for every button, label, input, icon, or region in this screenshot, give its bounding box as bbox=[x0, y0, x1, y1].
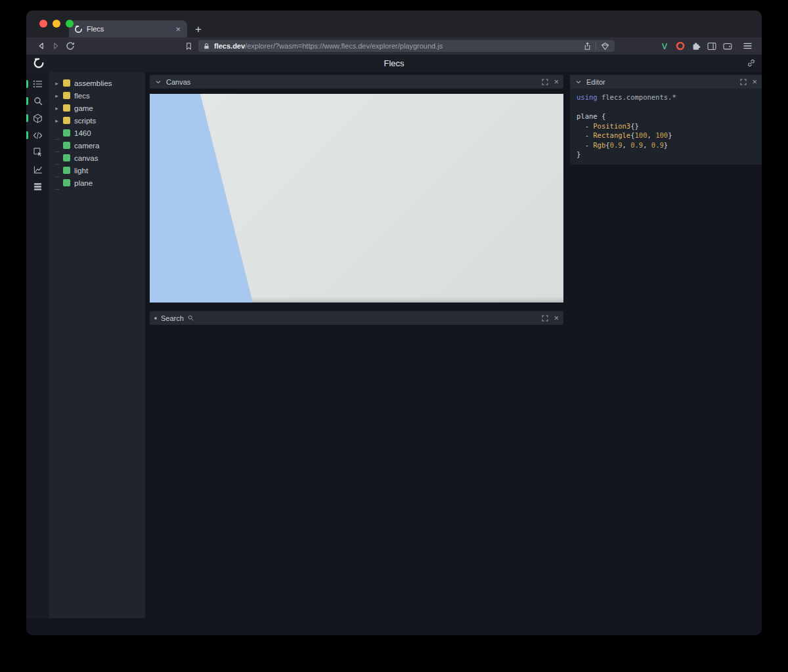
app-body: ▸assemblies▸flecs▸game▸scripts1460camera… bbox=[26, 72, 762, 618]
tree-item-plane[interactable]: plane bbox=[49, 177, 145, 189]
module-color-square bbox=[63, 104, 70, 112]
tree-item-label: camera bbox=[74, 142, 99, 150]
reload-icon[interactable] bbox=[63, 40, 77, 52]
tree-item-game[interactable]: ▸game bbox=[49, 102, 145, 114]
tree-item-camera[interactable]: camera bbox=[49, 139, 145, 152]
tab-title: Flecs bbox=[87, 25, 170, 33]
search-icon bbox=[188, 314, 194, 322]
wallet-icon[interactable] bbox=[720, 40, 735, 52]
code-editor-icon[interactable] bbox=[26, 129, 49, 142]
code-line: - Rgb{0.9, 0.9, 0.9} bbox=[577, 140, 755, 150]
tree-item-label: canvas bbox=[74, 154, 98, 162]
fullscreen-icon[interactable] bbox=[541, 314, 549, 322]
search-panel-header[interactable]: Search × bbox=[150, 311, 563, 325]
expand-arrow-icon[interactable]: ▸ bbox=[54, 105, 60, 112]
tree-item-scripts[interactable]: ▸scripts bbox=[49, 114, 145, 127]
extensions-puzzle-icon[interactable] bbox=[688, 40, 704, 52]
fullscreen-icon[interactable] bbox=[541, 78, 549, 86]
share-icon[interactable] bbox=[582, 40, 592, 52]
tree-item-label: scripts bbox=[74, 117, 96, 125]
forward-icon[interactable] bbox=[49, 40, 63, 52]
chevron-down-icon[interactable] bbox=[575, 78, 582, 86]
module-color-square bbox=[63, 92, 70, 99]
url-text: flecs.dev/explorer/?wasm=https://www.fle… bbox=[214, 42, 578, 50]
minimize-window-button[interactable] bbox=[53, 20, 60, 28]
tree-item-light[interactable]: light bbox=[49, 164, 145, 177]
close-icon[interactable]: × bbox=[751, 77, 757, 86]
code-line: - Rectangle{100, 100} bbox=[577, 131, 755, 140]
vpn-shield-icon[interactable] bbox=[600, 40, 610, 52]
inspector-icon[interactable] bbox=[26, 146, 49, 159]
vue-devtools-extension-icon[interactable]: V bbox=[657, 40, 672, 52]
browser-window: Flecs × + flecs.dev/explorer/?wasm=https… bbox=[26, 10, 762, 635]
extension-red-icon[interactable] bbox=[672, 40, 688, 52]
bookmark-icon[interactable] bbox=[181, 40, 196, 52]
url-actions bbox=[582, 40, 610, 52]
tree-item-canvas[interactable]: canvas bbox=[49, 152, 145, 164]
module-color-square bbox=[63, 117, 70, 124]
back-icon[interactable] bbox=[34, 40, 49, 52]
code-line: - Position3{} bbox=[577, 121, 755, 131]
code-line: } bbox=[577, 150, 755, 159]
tree-item-flecs[interactable]: ▸flecs bbox=[49, 89, 145, 102]
search-icon[interactable] bbox=[26, 94, 49, 108]
app-title: Flecs bbox=[26, 58, 762, 68]
navigation-bar: flecs.dev/explorer/?wasm=https://www.fle… bbox=[26, 37, 762, 54]
divider bbox=[596, 42, 596, 50]
permalink-icon[interactable] bbox=[747, 58, 756, 68]
sidebar-toggle-icon[interactable] bbox=[704, 40, 720, 52]
chevron-down-icon[interactable] bbox=[154, 78, 162, 86]
entity-color-square bbox=[63, 129, 70, 136]
expand-arrow-icon[interactable]: ▸ bbox=[54, 80, 60, 87]
close-icon[interactable]: × bbox=[553, 314, 559, 322]
address-bar[interactable]: flecs.dev/explorer/?wasm=https://www.fle… bbox=[198, 40, 615, 52]
module-color-square bbox=[63, 79, 70, 87]
tab-bar: Flecs × + bbox=[26, 10, 762, 37]
tree-item-label: game bbox=[74, 104, 93, 112]
traffic-lights bbox=[39, 20, 74, 28]
code-line bbox=[577, 102, 755, 112]
search-panel: Search × bbox=[150, 311, 563, 325]
tree-item-label: plane bbox=[74, 179, 93, 187]
canvas-3d-view[interactable] bbox=[150, 94, 563, 303]
stats-chart-icon[interactable] bbox=[26, 163, 49, 176]
entity-tree-icon[interactable] bbox=[26, 77, 49, 91]
entity-color-square bbox=[63, 179, 70, 186]
lock-icon bbox=[203, 43, 210, 50]
code-line: using flecs.components.* bbox=[577, 93, 755, 102]
editor-panel: Editor × using flecs.components.* plane … bbox=[570, 75, 762, 165]
entity-color-square bbox=[63, 142, 70, 149]
tab-close-icon[interactable]: × bbox=[174, 25, 182, 33]
collapsed-dot-icon[interactable] bbox=[154, 317, 157, 320]
canvas-panel: Canvas × bbox=[150, 75, 563, 303]
tree-item-1460[interactable]: 1460 bbox=[49, 127, 145, 139]
new-tab-button[interactable]: + bbox=[195, 24, 202, 35]
entity-tree: ▸assemblies▸flecs▸game▸scripts1460camera… bbox=[49, 72, 145, 618]
data-rows-icon[interactable] bbox=[26, 180, 49, 193]
editor-panel-title: Editor bbox=[586, 78, 605, 86]
main-column: Canvas × bbox=[145, 72, 570, 618]
expand-arrow-icon[interactable]: ▸ bbox=[54, 117, 60, 124]
tree-item-label: 1460 bbox=[74, 129, 91, 137]
fullscreen-icon[interactable] bbox=[739, 78, 747, 86]
browser-tab-flecs[interactable]: Flecs × bbox=[69, 20, 187, 37]
tree-item-label: flecs bbox=[74, 92, 90, 100]
flecs-logo-icon[interactable] bbox=[33, 57, 45, 69]
expand-arrow-icon[interactable]: ▸ bbox=[54, 93, 60, 99]
url-domain: flecs.dev bbox=[214, 42, 245, 50]
search-panel-title: Search bbox=[161, 314, 184, 322]
close-window-button[interactable] bbox=[39, 20, 47, 28]
entity-color-square bbox=[63, 167, 70, 174]
icon-rail bbox=[26, 72, 49, 618]
zoom-window-button[interactable] bbox=[66, 20, 74, 28]
entities-cube-icon[interactable] bbox=[26, 112, 49, 125]
canvas-panel-header[interactable]: Canvas × bbox=[150, 75, 563, 89]
tree-item-assemblies[interactable]: ▸assemblies bbox=[49, 77, 145, 89]
flecs-explorer-app: Flecs bbox=[26, 54, 762, 618]
editor-column: Editor × using flecs.components.* plane … bbox=[570, 72, 762, 618]
browser-menu-icon[interactable] bbox=[739, 40, 755, 52]
editor-code[interactable]: using flecs.components.* plane { - Posit… bbox=[570, 89, 762, 165]
url-path: /explorer/?wasm=https://www.flecs.dev/ex… bbox=[245, 42, 443, 50]
close-icon[interactable]: × bbox=[553, 77, 559, 86]
editor-panel-header[interactable]: Editor × bbox=[570, 75, 762, 89]
